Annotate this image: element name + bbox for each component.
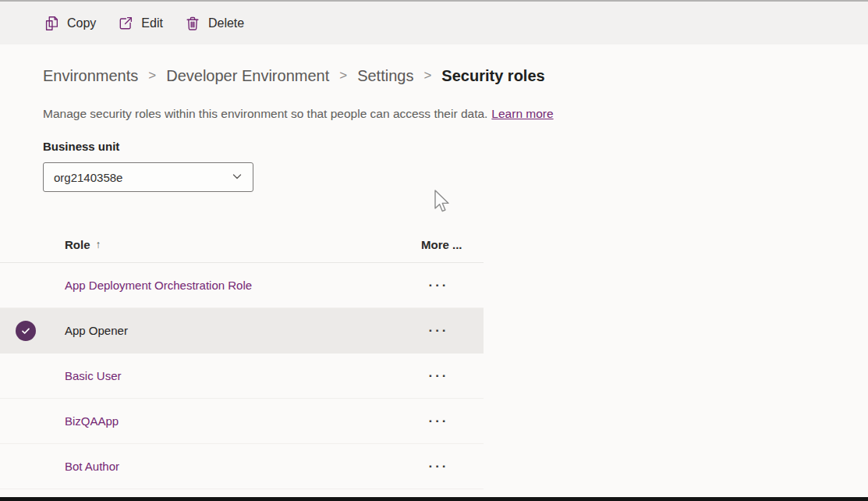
role-link[interactable]: BizQAApp <box>65 414 119 428</box>
breadcrumb-item-security-roles: Security roles <box>441 67 544 85</box>
row-more-button[interactable]: ··· <box>417 459 460 474</box>
mouse-cursor-icon <box>434 190 451 218</box>
breadcrumb-item-environments[interactable]: Environments <box>43 67 138 85</box>
table-row-selected[interactable]: App Opener ··· <box>0 308 484 354</box>
breadcrumb: Environments > Developer Environment > S… <box>43 67 545 85</box>
role-column-label: Role <box>65 238 90 251</box>
breadcrumb-item-developer-environment[interactable]: Developer Environment <box>166 67 329 85</box>
role-link[interactable]: Basic User <box>65 369 122 382</box>
window-bottom-edge <box>0 497 868 501</box>
command-bar: Copy Edit Delete <box>0 2 868 44</box>
delete-icon <box>184 15 201 32</box>
business-unit-selected-value: org2140358e <box>54 171 122 184</box>
copy-button-label: Copy <box>67 16 96 30</box>
page-description: Manage security roles within this enviro… <box>43 107 554 121</box>
row-more-button[interactable]: ··· <box>417 368 460 384</box>
delete-button[interactable]: Delete <box>184 15 244 32</box>
delete-button-label: Delete <box>208 16 244 30</box>
table-row[interactable]: BizQAApp ··· <box>0 399 484 444</box>
row-selected-check-icon[interactable] <box>16 321 36 341</box>
copy-icon <box>43 15 60 32</box>
row-more-button[interactable]: ··· <box>417 278 460 293</box>
table-row[interactable]: Bot Author ··· <box>0 444 484 489</box>
breadcrumb-separator: > <box>339 68 347 84</box>
business-unit-label: Business unit <box>43 140 119 153</box>
role-link[interactable]: App Opener <box>65 324 128 337</box>
role-link[interactable]: Bot Author <box>65 460 119 473</box>
table-header-row: Role ↑ More ... <box>0 226 484 263</box>
table-row[interactable]: App Deployment Orchestration Role ··· <box>0 263 484 308</box>
copy-button[interactable]: Copy <box>43 15 96 32</box>
role-link[interactable]: App Deployment Orchestration Role <box>65 279 252 292</box>
chevron-down-icon <box>231 170 243 185</box>
breadcrumb-item-settings[interactable]: Settings <box>357 67 413 85</box>
sort-ascending-icon: ↑ <box>96 238 101 250</box>
table-row[interactable]: Basic User ··· <box>0 354 484 399</box>
row-more-button[interactable]: ··· <box>417 414 460 429</box>
edit-button[interactable]: Edit <box>117 15 163 32</box>
business-unit-dropdown[interactable]: org2140358e <box>43 162 253 192</box>
description-text: Manage security roles within this enviro… <box>43 107 487 120</box>
learn-more-link[interactable]: Learn more <box>491 107 553 120</box>
breadcrumb-separator: > <box>148 68 156 84</box>
security-roles-table: Role ↑ More ... App Deployment Orchestra… <box>0 226 484 489</box>
breadcrumb-separator: > <box>423 68 431 84</box>
more-column-header: More ... <box>421 238 462 251</box>
row-more-button[interactable]: ··· <box>417 323 460 339</box>
edit-button-label: Edit <box>141 16 163 30</box>
role-column-header[interactable]: Role ↑ <box>65 238 101 251</box>
edit-icon <box>117 15 134 32</box>
